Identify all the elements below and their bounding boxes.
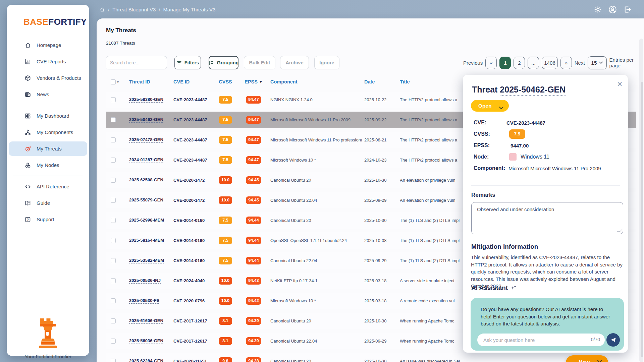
select-all-checkbox[interactable]: [111, 79, 116, 84]
news-icon: [24, 91, 31, 98]
breadcrumb-item-blueprint[interactable]: Threat Blueprint V3: [112, 7, 156, 12]
row-checkbox[interactable]: [111, 218, 116, 223]
row-checkbox[interactable]: [111, 359, 116, 362]
archive-button[interactable]: Archive: [280, 56, 309, 69]
threat-id-link[interactable]: 2025-56036-GEN: [129, 338, 163, 344]
next-label[interactable]: Next: [575, 60, 585, 66]
sidebar-item-homepage[interactable]: Homepage: [7, 37, 89, 53]
column-header-cve-id[interactable]: CVE ID: [173, 77, 190, 87]
send-button[interactable]: [606, 333, 620, 347]
breadcrumb: / Threat Blueprint V3 / Manage My Threat…: [99, 7, 215, 12]
threat-id-link[interactable]: 2025-62284-GEN: [129, 358, 163, 362]
select-all-caret-icon[interactable]: ▾: [117, 80, 119, 84]
sidebar-item-vendors-products[interactable]: Vendors & Products: [7, 70, 89, 86]
filters-button[interactable]: Filters: [174, 56, 201, 69]
breadcrumb-item-manage-threats[interactable]: Manage My Threats V3: [163, 7, 216, 12]
page-button-1[interactable]: 1: [499, 57, 511, 69]
entries-per-page-select[interactable]: 15: [588, 56, 607, 69]
cve-id: CVE-2023-44487: [173, 137, 207, 142]
breadcrumb-separator: /: [108, 7, 109, 12]
page-button-nav[interactable]: »: [560, 57, 572, 69]
status-dropdown[interactable]: Open: [471, 100, 509, 112]
new-button[interactable]: New: [566, 355, 608, 362]
row-checkbox[interactable]: [111, 117, 116, 122]
cve-value: CVE-2023-44487: [506, 120, 545, 126]
logo-part-1: BASE: [23, 17, 48, 27]
logout-icon[interactable]: [623, 5, 632, 14]
column-header-epss[interactable]: EPSS▼: [245, 77, 263, 87]
ignore-button[interactable]: Ignore: [314, 56, 339, 69]
column-header-label: Date: [364, 79, 375, 84]
column-header-label: Title: [400, 79, 410, 84]
sidebar-item-label: Vendors & Products: [37, 75, 81, 81]
column-header-threat-id[interactable]: Threat ID: [129, 77, 150, 87]
page-button-1406[interactable]: 1406: [542, 57, 557, 69]
column-header-cvss[interactable]: CVSS: [219, 77, 232, 87]
epss-badge: 94.39: [246, 317, 261, 325]
sidebar-item-my-threats[interactable]: My Threats: [7, 140, 89, 157]
row-checkbox[interactable]: [111, 258, 116, 263]
scrollbar-thumb[interactable]: [641, 82, 643, 357]
threat-id-link[interactable]: 2025-00536-INJ: [129, 278, 161, 284]
sidebar-item-support[interactable]: ?Support: [7, 211, 89, 228]
row-checkbox[interactable]: [111, 278, 116, 283]
table-row[interactable]: 2025-62284-GENCVE-2020-116519.894.38Cano…: [106, 353, 636, 362]
row-checkbox[interactable]: [111, 318, 116, 323]
epss-label: EPSS:: [474, 142, 506, 148]
tagline: Your Fortified Frontier: [7, 354, 89, 359]
row-checkbox[interactable]: [111, 198, 116, 203]
epss-badge: 94.47: [246, 136, 261, 144]
cvss-badge: 7.5: [509, 129, 525, 139]
row-checkbox[interactable]: [111, 339, 116, 344]
threat-id-link[interactable]: 2024-01287-GEN: [129, 157, 163, 163]
component-cell: Microsoft Windows 10 *: [270, 152, 362, 168]
sidebar-item-api-reference[interactable]: API Reference: [7, 178, 89, 195]
remarks-textarea[interactable]: Observed and under consideration: [471, 202, 623, 234]
sidebar-item-my-nodes[interactable]: My Nodes: [7, 157, 89, 173]
threat-id-link[interactable]: 2025-00530-FS: [129, 298, 159, 304]
sidebar-item-cve-reports[interactable]: CVE Reports: [7, 53, 89, 70]
column-header-component[interactable]: Component: [270, 77, 362, 87]
row-checkbox[interactable]: [111, 178, 116, 183]
threat-id-link[interactable]: 2025-62998-MEM: [129, 218, 164, 223]
cve-id: CVE-2017-12617: [173, 318, 207, 323]
threat-id-link[interactable]: 2025-53582-MEM: [129, 258, 164, 263]
row-checkbox[interactable]: [111, 298, 116, 303]
previous-label[interactable]: Previous: [463, 60, 483, 66]
threat-id-link[interactable]: 2025-07478-GEN: [129, 137, 163, 143]
settings-gear-icon[interactable]: [593, 5, 602, 14]
row-checkbox[interactable]: [111, 238, 116, 243]
sidebar-item-my-dashboard[interactable]: My Dashboard: [7, 108, 89, 124]
page-button-nav[interactable]: «: [485, 57, 497, 69]
row-checkbox[interactable]: [111, 158, 116, 163]
close-icon[interactable]: ✕: [617, 81, 623, 87]
component-value: Microsoft Microsoft Windows 11 Pro 2009: [508, 166, 601, 171]
threat-id-link[interactable]: 2025-58164-MEM: [129, 238, 164, 243]
ai-question-input[interactable]: [477, 334, 605, 346]
grouping-button[interactable]: Grouping: [209, 56, 238, 69]
row-checkbox[interactable]: [111, 137, 116, 142]
profile-icon[interactable]: [608, 5, 617, 14]
threat-id-link[interactable]: 2025-58380-GEN: [129, 97, 163, 103]
bulk-edit-button[interactable]: Bulk Edit: [244, 56, 275, 69]
search-input[interactable]: [106, 56, 167, 69]
threat-id-link[interactable]: 2025-61606-GEN: [129, 318, 163, 324]
epss-badge: 94.44: [246, 217, 261, 224]
threat-id-link[interactable]: 2025-55079-GEN: [129, 197, 163, 203]
row-checkbox[interactable]: [111, 97, 116, 102]
column-header-date[interactable]: Date: [364, 77, 394, 87]
cvss-badge: 8.1: [219, 337, 232, 345]
topbar-icons: [593, 5, 632, 14]
panel-threat-id: 2025-50462-GEN: [500, 85, 566, 96]
threat-id-link[interactable]: 2025-62508-GEN: [129, 177, 163, 183]
page-button-2[interactable]: 2: [514, 57, 525, 69]
home-icon[interactable]: [99, 7, 105, 12]
sidebar-item-label: My Nodes: [37, 162, 59, 168]
sidebar-item-my-components[interactable]: My Components: [7, 124, 89, 140]
sidebar-item-guide[interactable]: Guide: [7, 195, 89, 211]
page-button-navnavnav[interactable]: ...: [528, 57, 539, 69]
threat-id-link[interactable]: 2025-50462-GEN: [129, 117, 163, 123]
sidebar-item-label: My Components: [37, 129, 73, 135]
sidebar-item-news[interactable]: News: [7, 86, 89, 103]
cvss-badge: 10.0: [219, 176, 232, 184]
